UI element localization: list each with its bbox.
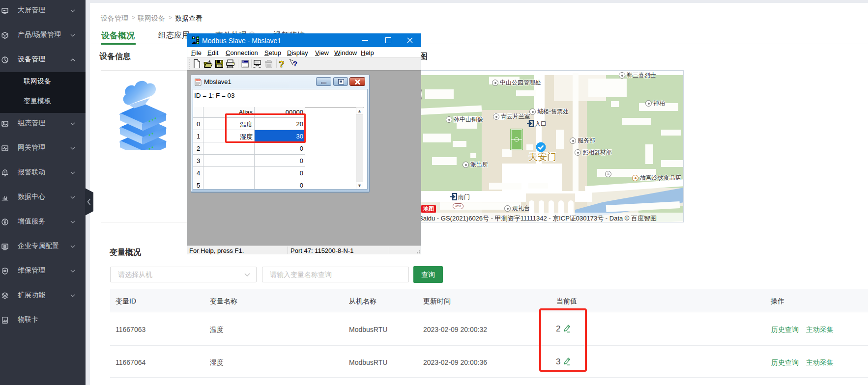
- svg-text:?: ?: [279, 59, 285, 69]
- svg-text:DOC: DOC: [196, 79, 202, 82]
- svg-text:?: ?: [293, 59, 297, 68]
